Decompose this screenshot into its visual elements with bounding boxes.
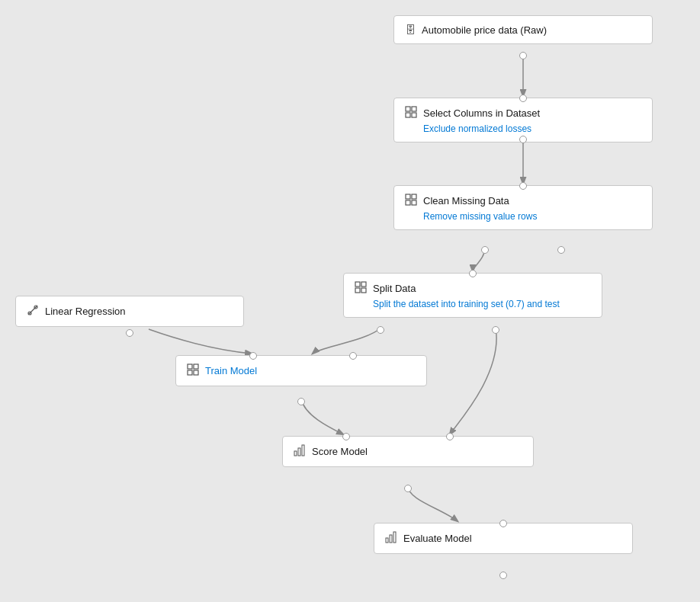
node-clean-missing[interactable]: Clean Missing Data Remove missing value … [393, 185, 653, 230]
clean-missing-output-left-dot [481, 246, 489, 254]
automobile-title: Automobile price data (Raw) [422, 24, 547, 36]
svg-rect-8 [412, 200, 416, 205]
svg-rect-19 [194, 370, 198, 375]
database-icon: 🗄 [405, 24, 416, 36]
split-icon [355, 281, 367, 296]
svg-rect-23 [386, 538, 388, 543]
select-columns-title: Select Columns in Dataset [423, 107, 540, 119]
score-model-output-dot [404, 485, 412, 492]
svg-rect-21 [298, 448, 300, 456]
train-model-input-left-dot [249, 352, 257, 360]
evaluate-model-input-dot [499, 520, 507, 527]
score-model-icon [294, 444, 306, 459]
linear-regression-title: Linear Regression [45, 306, 126, 317]
clean-missing-input-dot [519, 182, 527, 190]
split-data-title: Split Data [373, 283, 416, 294]
train-model-input-right-dot [349, 352, 357, 360]
svg-rect-17 [194, 364, 198, 369]
evaluate-model-title: Evaluate Model [403, 533, 472, 544]
split-data-output-right-dot [492, 326, 499, 334]
clean-icon [405, 194, 417, 208]
svg-rect-11 [355, 288, 360, 293]
svg-rect-3 [406, 113, 410, 117]
node-train-model[interactable]: Train Model [175, 355, 427, 386]
evaluate-model-bottom-dot [499, 572, 507, 579]
select-columns-subtitle: Exclude normalized losses [423, 123, 641, 134]
node-evaluate-model[interactable]: Evaluate Model [374, 523, 633, 554]
clean-missing-title: Clean Missing Data [423, 195, 509, 207]
svg-rect-20 [294, 451, 297, 456]
svg-rect-10 [361, 282, 366, 287]
node-split-data[interactable]: Split Data Split the dataset into traini… [343, 273, 602, 318]
score-model-title: Score Model [312, 446, 368, 457]
svg-rect-24 [390, 535, 392, 543]
svg-rect-6 [412, 194, 416, 199]
svg-rect-18 [188, 370, 192, 375]
pipeline-canvas: 🗄 Automobile price data (Raw) Select Col… [0, 0, 700, 602]
linear-regression-icon [27, 304, 39, 319]
node-linear-regression[interactable]: Linear Regression [15, 296, 244, 327]
linear-regression-output-dot [126, 329, 133, 337]
score-model-input-right-dot [446, 433, 454, 440]
train-model-output-dot [297, 398, 305, 405]
split-data-subtitle: Split the dataset into training set (0.7… [373, 299, 591, 309]
split-data-input-dot [469, 270, 477, 277]
score-model-input-left-dot [342, 433, 350, 440]
svg-rect-2 [412, 107, 416, 111]
select-columns-output-dot [519, 136, 527, 143]
svg-rect-12 [361, 288, 366, 293]
split-data-output-left-dot [377, 326, 384, 334]
node-score-model[interactable]: Score Model [282, 436, 534, 467]
node-automobile[interactable]: 🗄 Automobile price data (Raw) [393, 15, 653, 44]
svg-rect-1 [406, 107, 410, 111]
svg-rect-7 [406, 200, 410, 205]
clean-missing-output-right-dot [557, 246, 565, 254]
select-columns-input-dot [519, 94, 527, 102]
svg-line-15 [28, 306, 37, 315]
select-cols-icon [405, 106, 417, 120]
train-model-title: Train Model [205, 365, 257, 376]
evaluate-model-icon [385, 531, 397, 546]
svg-rect-16 [188, 364, 192, 369]
svg-rect-25 [393, 532, 396, 543]
automobile-output-dot [519, 52, 527, 59]
clean-missing-subtitle: Remove missing value rows [423, 211, 641, 222]
svg-rect-5 [406, 194, 410, 199]
svg-rect-9 [355, 282, 360, 287]
svg-rect-4 [412, 113, 416, 117]
svg-rect-22 [302, 445, 304, 456]
train-model-icon [187, 363, 199, 378]
